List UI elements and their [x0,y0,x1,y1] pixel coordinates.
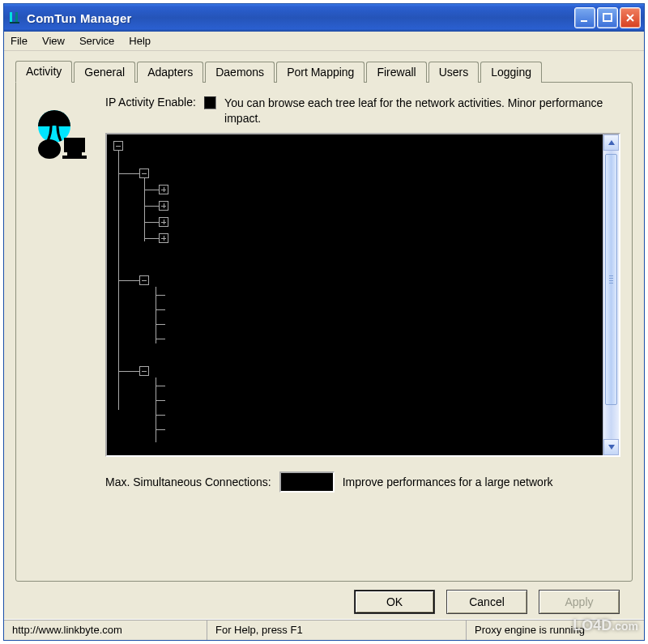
cancel-button[interactable]: Cancel [446,590,527,614]
activity-tree-wrapper [105,133,620,457]
tree-line [156,339,165,339]
tree-node[interactable] [139,168,149,178]
svg-rect-9 [62,156,87,159]
scroll-track[interactable] [603,151,619,439]
menubar: File View Service Help [4,32,644,51]
ok-button[interactable]: OK [354,590,435,614]
max-connections-description: Improve performances for a large network [343,475,553,489]
max-connections-input[interactable] [279,471,335,493]
menu-help[interactable]: Help [129,35,151,47]
svg-rect-4 [603,14,612,21]
status-help: For Help, press F1 [207,620,466,640]
tabstrip: Activity General Adapters Daemons Port M… [15,59,633,82]
tree-line [156,295,165,296]
tree-line [156,415,165,416]
svg-rect-2 [10,22,19,23]
activity-main: IP Activity Enable: You can browse each … [105,96,620,571]
tree-line [156,324,165,325]
tree-line [156,386,165,386]
tab-port-mapping[interactable]: Port Mapping [276,62,364,83]
tree-line [156,429,165,430]
tree-line [156,377,156,442]
window-title: ComTun Manager [27,11,574,25]
titlebar[interactable]: ComTun Manager [4,4,644,32]
tree-line [144,206,159,207]
tab-general[interactable]: General [74,62,135,83]
menu-file[interactable]: File [11,35,28,47]
menu-view[interactable]: View [42,35,65,47]
scroll-thumb[interactable] [605,154,617,405]
svg-rect-3 [581,20,587,22]
tab-users[interactable]: Users [428,62,480,83]
tree-node[interactable] [159,185,168,194]
tree-node[interactable] [159,201,168,211]
svg-rect-7 [64,138,85,152]
svg-rect-0 [10,12,12,23]
tree-scrollbar[interactable] [603,134,619,455]
app-window: ComTun Manager File View Service Help Ac… [3,3,645,641]
tree-line [156,400,165,401]
tree-node[interactable] [159,233,168,243]
app-icon [7,11,22,25]
dialog-buttons: OK Cancel Apply [15,582,633,614]
enable-label: IP Activity Enable: [105,96,196,109]
tree-line [144,222,159,223]
max-connections-label: Max. Simultaneous Connections: [105,476,271,488]
enable-checkbox[interactable] [204,96,216,109]
svg-point-6 [38,139,61,159]
tree-line [144,178,145,241]
close-button[interactable] [620,7,641,28]
tree-node[interactable] [139,275,149,285]
tab-adapters[interactable]: Adapters [137,62,203,83]
tree-line [118,371,139,372]
tree-node[interactable] [139,366,149,376]
tab-daemons[interactable]: Daemons [205,62,275,83]
statusbar: http://www.linkbyte.com For Help, press … [4,619,644,640]
enable-row: IP Activity Enable: You can browse each … [105,96,620,126]
menu-service[interactable]: Service [79,35,114,47]
apply-button[interactable]: Apply [539,590,620,614]
svg-rect-1 [15,12,18,23]
scroll-up-button[interactable] [603,134,619,151]
svg-rect-8 [67,152,82,156]
client-area: Activity General Adapters Daemons Port M… [4,51,644,619]
tree-node[interactable] [159,217,168,227]
status-url: http://www.linkbyte.com [4,620,207,640]
minimize-button[interactable] [574,7,595,28]
status-engine: Proxy engine is running [466,620,644,640]
scroll-down-button[interactable] [603,439,619,455]
network-globe-icon [28,96,96,571]
tree-line [144,190,159,190]
window-buttons [574,7,641,28]
tab-logging[interactable]: Logging [480,62,542,83]
tree-line [118,280,139,281]
tab-panel-activity: IP Activity Enable: You can browse each … [15,82,633,582]
maximize-button[interactable] [597,7,618,28]
max-connections-row: Max. Simultaneous Connections: Improve p… [105,471,620,493]
activity-tree[interactable] [107,134,603,455]
tree-line [156,309,165,310]
tree-node[interactable] [113,141,123,151]
enable-description: You can browse each tree leaf for the ne… [224,96,620,126]
tree-line [144,238,159,239]
tree-line [118,173,139,174]
tab-activity[interactable]: Activity [15,61,72,83]
tab-firewall[interactable]: Firewall [366,62,426,83]
